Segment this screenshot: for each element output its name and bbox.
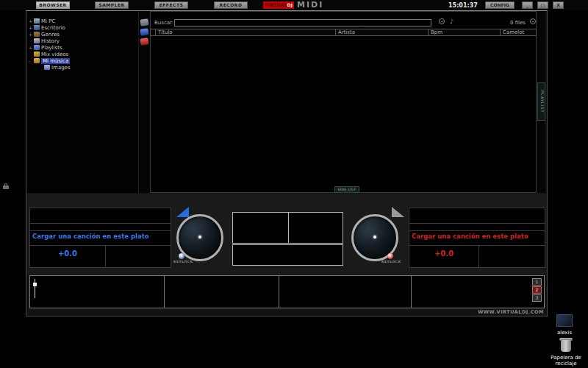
rhythm-window[interactable]: 1 2 3: [29, 275, 545, 308]
divider: [409, 245, 545, 246]
search-input[interactable]: [174, 19, 431, 26]
genres-folder-icon: [34, 32, 40, 37]
left-deck-message: Cargar una canción en este plato: [32, 233, 149, 240]
wave-slider[interactable]: [35, 279, 35, 298]
tree-item-escritorio[interactable]: + Escritorio: [26, 25, 138, 31]
search-label: Buscar:: [154, 20, 173, 26]
expander-icon[interactable]: -: [29, 58, 33, 64]
expander-icon[interactable]: +: [29, 18, 33, 24]
divider: [409, 230, 545, 231]
blue-folder-icon[interactable]: [140, 28, 148, 35]
divider: [411, 276, 412, 308]
expander-icon[interactable]: +: [29, 45, 33, 51]
alexis-icon-label[interactable]: alexis: [544, 330, 585, 336]
tree-item-mi-pc[interactable]: + Mi PC: [26, 18, 138, 24]
divider: [409, 223, 545, 224]
column-header-artista[interactable]: Artista: [335, 29, 429, 36]
minimize-button[interactable]: _: [522, 1, 533, 9]
tree-item-label[interactable]: Mi PC: [41, 18, 55, 24]
left-deck-pitch: +0.0: [30, 250, 105, 258]
jog-position-dot: [198, 236, 201, 238]
logo-virtual: VIRTUAL: [265, 2, 287, 7]
playlist-tab[interactable]: PLAYLIST: [537, 82, 545, 121]
side-list-tab[interactable]: SIDE LIST: [334, 186, 359, 193]
tab-browser[interactable]: BROWSER: [36, 1, 70, 9]
config-button[interactable]: CONFIG: [485, 1, 514, 9]
yellow-folder-icon: [34, 52, 40, 57]
column-header-titulo[interactable]: Título: [155, 29, 336, 36]
tab-record[interactable]: RECORD: [214, 1, 248, 9]
divider: [30, 223, 171, 224]
rhythm-zoom-button-2[interactable]: 2: [532, 286, 542, 294]
logo-dj: DJ: [287, 2, 293, 7]
left-deck-panel: Cargar una canción en este plato +0.0: [29, 208, 171, 268]
right-deck-panel: Cargar una canción en este plato +0.0: [409, 208, 545, 268]
divider: [279, 276, 279, 308]
folder-tree-panel: + Mi PC + Escritorio + Genres History + …: [26, 11, 138, 193]
tab-sampler[interactable]: SAMPLER: [95, 1, 129, 9]
lock-icon-body: [3, 185, 9, 189]
divider: [478, 245, 479, 267]
history-icon: [34, 38, 40, 43]
desktop-folder-icon: [34, 25, 40, 30]
mixer-bottom-box: [232, 244, 343, 266]
rhythm-zoom-button-1[interactable]: 1: [532, 278, 542, 286]
expander-icon[interactable]: +: [29, 25, 33, 31]
tree-item-mix-videos[interactable]: Mix vídeos: [26, 52, 138, 57]
tree-item-label[interactable]: Playlists: [41, 45, 62, 51]
tree-item-history[interactable]: History: [26, 38, 138, 44]
right-keylock-label[interactable]: KEYLOCK: [381, 260, 401, 263]
red-folder-icon[interactable]: [140, 38, 148, 45]
mixer-top-box: [232, 212, 343, 244]
divider: [288, 213, 289, 243]
right-deck-pitch: +0.0: [409, 250, 478, 258]
right-deck-message: Cargar una canción en este plato: [412, 233, 528, 240]
recycle-bin-label[interactable]: Papelera de reciclaje: [545, 355, 587, 367]
divider: [105, 245, 106, 267]
alexis-folder-icon[interactable]: [556, 314, 573, 327]
music-note-icon[interactable]: ♪: [450, 18, 453, 25]
expander-icon[interactable]: +: [29, 32, 33, 38]
tree-item-label[interactable]: History: [41, 38, 60, 44]
rhythm-zoom-button-3[interactable]: 3: [532, 294, 542, 302]
list-options-icon[interactable]: +: [530, 18, 536, 24]
tree-item-label[interactable]: Genres: [41, 32, 60, 38]
tree-item-label[interactable]: Escritorio: [41, 25, 65, 31]
tab-effects[interactable]: EFFECTS: [154, 1, 188, 9]
files-count: 0 files: [485, 20, 526, 26]
tree-item-playlists[interactable]: + Playlists: [26, 45, 138, 51]
desktop: BROWSER SAMPLER EFFECTS RECORD VIRTUALDJ…: [0, 0, 588, 368]
computer-icon: [34, 18, 40, 24]
tree-item-images[interactable]: Images: [26, 65, 138, 71]
recycle-bin-icon-body[interactable]: [561, 340, 571, 352]
tree-item-label[interactable]: Mix vídeos: [41, 52, 68, 57]
jog-position-dot: [373, 236, 376, 238]
column-header-camelot[interactable]: Camelot: [500, 29, 537, 36]
left-keylock-label[interactable]: KEYLOCK: [173, 260, 193, 263]
title-bar: BROWSER SAMPLER EFFECTS RECORD VIRTUALDJ…: [0, 0, 588, 10]
search-options-icon[interactable]: +: [439, 18, 445, 24]
divider: [30, 245, 171, 246]
tree-item-label-selected[interactable]: Mi música: [41, 58, 70, 64]
subfolder-icon: [44, 65, 50, 70]
divider: [30, 230, 171, 231]
tree-item-label[interactable]: Images: [51, 65, 71, 71]
clock: 15:01:37: [448, 2, 478, 9]
tree-item-genres[interactable]: + Genres: [26, 32, 138, 38]
left-keylock-led[interactable]: [179, 253, 184, 259]
virtualdj-url: WWW.VIRTUALDJ.COM: [412, 309, 544, 315]
tree-item-mi-musica[interactable]: - Mi música: [26, 58, 138, 64]
divider: [164, 276, 165, 308]
virtualdj-logo: VIRTUALDJ: [263, 1, 294, 9]
right-keylock-led[interactable]: [387, 253, 393, 259]
browser-icon-strip: [138, 11, 150, 193]
playlists-icon: [34, 45, 40, 50]
file-list-panel: [150, 11, 537, 193]
netsearch-icon[interactable]: [140, 18, 148, 26]
wave-slider-handle[interactable]: [33, 283, 37, 286]
column-header-bpm[interactable]: Bpm: [428, 29, 501, 36]
close-button[interactable]: X: [553, 1, 564, 9]
midi-logo: MIDI: [297, 0, 323, 10]
yellow-folder-icon: [34, 58, 40, 63]
maximize-button[interactable]: □: [537, 1, 548, 9]
